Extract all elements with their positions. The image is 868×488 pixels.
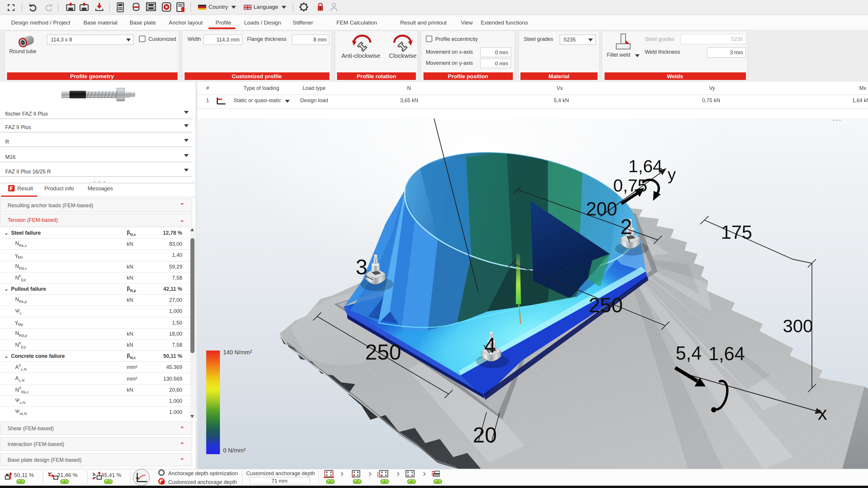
svg-text:3: 3 [356, 255, 367, 279]
svg-text:20: 20 [473, 423, 497, 447]
svg-text:x: x [818, 402, 827, 423]
svg-text:175: 175 [721, 222, 752, 242]
svg-text:0 N/mm²: 0 N/mm² [223, 447, 246, 453]
svg-text:200: 200 [586, 198, 617, 219]
svg-text:4: 4 [484, 333, 496, 357]
svg-text:250: 250 [589, 294, 623, 316]
svg-text:1,64: 1,64 [709, 343, 745, 364]
svg-text:1,64: 1,64 [628, 156, 663, 176]
svg-text:140 N/mm²: 140 N/mm² [223, 349, 252, 355]
svg-text:0,75: 0,75 [613, 175, 648, 195]
svg-text:5,4: 5,4 [676, 343, 702, 363]
svg-text:250: 250 [365, 340, 401, 364]
svg-text:300: 300 [783, 316, 813, 336]
svg-text:2: 2 [620, 215, 632, 238]
svg-text:y: y [668, 165, 676, 183]
